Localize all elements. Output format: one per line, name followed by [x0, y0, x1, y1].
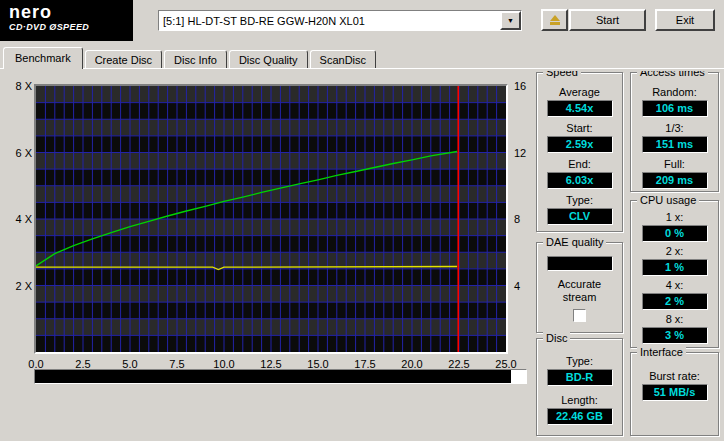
interface-panel: Interface Burst rate: 51 MB/s	[630, 352, 719, 436]
tab-bar: Benchmark Create Disc Disc Info Disc Qua…	[3, 47, 378, 69]
burst-rate-value: 51 MB/s	[642, 384, 708, 401]
cpu-2x-label: 2 x:	[631, 245, 718, 258]
logo-brand-text: nero	[9, 3, 133, 22]
x-axis-tick: 2.5	[68, 358, 98, 370]
eject-button[interactable]	[541, 9, 568, 31]
access-times-panel: Access times Random: 106 ms 1/3: 151 ms …	[630, 72, 719, 192]
drive-select-value: [5:1] HL-DT-ST BD-RE GGW-H20N XL01	[159, 15, 500, 27]
speed-average-label: Average	[537, 86, 622, 99]
y-axis-right-tick: 16	[514, 80, 536, 92]
x-axis-tick: 22.5	[444, 358, 474, 370]
x-axis-tick: 10.0	[209, 358, 239, 370]
y-axis-right-tick: 4	[514, 280, 536, 292]
cpu-1x-value: 0 %	[642, 225, 708, 242]
dae-quality-meter	[547, 256, 613, 271]
accurate-stream-label: Accurate stream	[551, 278, 609, 304]
cpu-8x-label: 8 x:	[631, 313, 718, 326]
speed-type-value: CLV	[547, 208, 613, 225]
disc-length-label: Length:	[537, 394, 622, 407]
cpu-2x-value: 1 %	[642, 259, 708, 276]
benchmark-plot	[36, 86, 506, 352]
access-random-label: Random:	[631, 86, 718, 99]
tab-disc-info[interactable]: Disc Info	[164, 50, 227, 68]
position-progressbar	[34, 369, 527, 384]
tab-create-disc[interactable]: Create Disc	[85, 50, 162, 68]
y-axis-right-tick: 8	[514, 213, 536, 225]
access-full-value: 209 ms	[642, 172, 708, 189]
nero-cd-dvd-speed-window: nero CD·DVD ØSPEED [5:1] HL-DT-ST BD-RE …	[0, 0, 724, 441]
x-axis-tick: 7.5	[162, 358, 192, 370]
x-axis-tick: 12.5	[256, 358, 286, 370]
x-axis-tick: 15.0	[303, 358, 333, 370]
x-axis-tick: 17.5	[350, 358, 380, 370]
tab-disc-quality[interactable]: Disc Quality	[229, 50, 308, 68]
disc-panel: Disc Type: BD-R Length: 22.46 GB	[536, 338, 623, 436]
access-full-label: Full:	[631, 158, 718, 171]
disc-type-label: Type:	[537, 355, 622, 368]
y-axis-left-tick: 8 X	[6, 80, 32, 92]
cpu-4x-label: 4 x:	[631, 279, 718, 292]
x-axis-tick: 20.0	[397, 358, 427, 370]
cpu-4x-value: 2 %	[642, 293, 708, 310]
drive-select-dropdown-button[interactable]: ▼	[500, 11, 521, 30]
disc-panel-title: Disc	[543, 332, 570, 344]
tab-scandisc[interactable]: ScanDisc	[310, 50, 376, 68]
access-third-value: 151 ms	[642, 136, 708, 153]
eject-icon	[550, 15, 560, 21]
speed-type-label: Type:	[537, 194, 622, 207]
interface-panel-title: Interface	[637, 346, 686, 358]
disc-type-value: BD-R	[547, 369, 613, 386]
start-button[interactable]: Start	[569, 9, 646, 31]
speed-end-label: End:	[537, 158, 622, 171]
access-random-value: 106 ms	[642, 100, 708, 117]
access-third-label: 1/3:	[631, 122, 718, 135]
dae-panel-title: DAE quality	[543, 236, 606, 248]
speed-start-value: 2.59x	[547, 136, 613, 153]
x-axis-tick: 0.0	[21, 358, 51, 370]
y-axis-right-tick: 12	[514, 147, 536, 159]
speed-average-value: 4.54x	[547, 100, 613, 117]
speed-end-value: 6.03x	[547, 172, 613, 189]
dae-quality-panel: DAE quality Accurate stream	[536, 242, 623, 333]
nero-logo: nero CD·DVD ØSPEED	[0, 0, 133, 41]
cpu-usage-panel: CPU usage 1 x: 0 % 2 x: 1 % 4 x: 2 % 8 x…	[630, 200, 719, 348]
speed-panel: Speed Average 4.54x Start: 2.59x End: 6.…	[536, 72, 623, 232]
burst-rate-label: Burst rate:	[631, 370, 718, 383]
cpu-1x-label: 1 x:	[631, 211, 718, 224]
speed-start-label: Start:	[537, 122, 622, 135]
x-axis-tick: 5.0	[115, 358, 145, 370]
y-axis-left-tick: 4 X	[6, 213, 32, 225]
logo-product-text: CD·DVD ØSPEED	[9, 22, 133, 32]
disc-length-value: 22.46 GB	[547, 408, 613, 425]
drive-select[interactable]: [5:1] HL-DT-ST BD-RE GGW-H20N XL01 ▼	[158, 10, 522, 31]
chevron-down-icon: ▼	[507, 17, 514, 24]
position-progressbar-fill	[35, 370, 511, 383]
cpu-8x-value: 3 %	[642, 327, 708, 344]
y-axis-left-tick: 2 X	[6, 280, 32, 292]
benchmark-chart	[34, 84, 508, 354]
cpu-usage-panel-title: CPU usage	[637, 194, 699, 206]
exit-button[interactable]: Exit	[655, 9, 715, 31]
tab-benchmark[interactable]: Benchmark	[3, 47, 83, 69]
y-axis-left-tick: 6 X	[6, 147, 32, 159]
x-axis-tick: 25.0	[491, 358, 521, 370]
accurate-stream-checkbox[interactable]	[573, 309, 586, 322]
